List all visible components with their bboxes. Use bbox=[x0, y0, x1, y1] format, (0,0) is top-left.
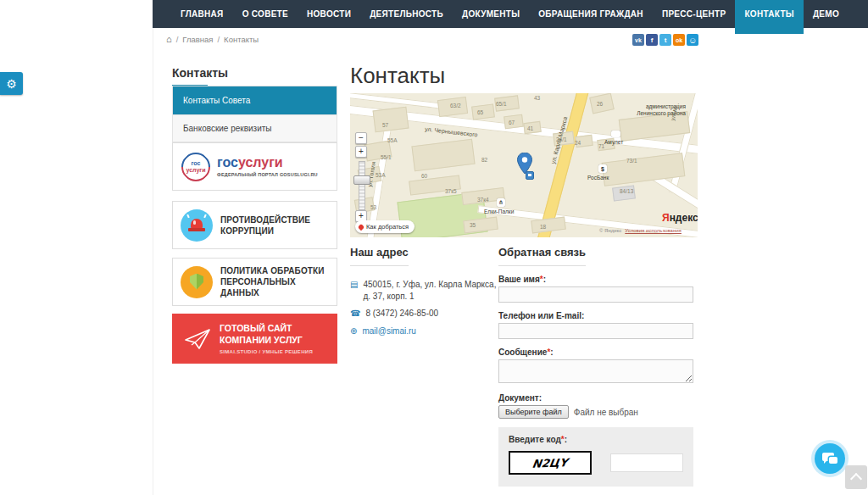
yandex-logo[interactable]: Яндекс bbox=[662, 212, 698, 224]
message-field[interactable] bbox=[498, 359, 693, 383]
phone-email-label: Телефон или E-mail: bbox=[498, 311, 693, 320]
breadcrumb-home-link[interactable]: Главная bbox=[182, 35, 213, 44]
simai-promo-banner[interactable]: ГОТОВЫЙ САЙТ КОМПАНИИ УСЛУГ SIMAI.STUDIO… bbox=[172, 314, 337, 364]
personal-data-policy-banner[interactable]: ПОЛИТИКА ОБРАБОТКИ ПЕРСОНАЛЬНЫХ ДАННЫХ bbox=[172, 258, 337, 306]
chat-icon-secondary bbox=[829, 457, 837, 464]
bld-num: 55А bbox=[387, 137, 398, 143]
poi-amulet: Амулет bbox=[604, 139, 623, 145]
label-colon: : bbox=[565, 435, 567, 444]
bld-num: 82 bbox=[481, 157, 487, 163]
facebook-icon[interactable]: f bbox=[646, 34, 658, 46]
poi-admin-line2: Ленинского района bbox=[601, 110, 686, 117]
gosuslugi-banner[interactable]: гос услуги госуслуги ФЕДЕРАЛЬНЫЙ ПОРТАЛ … bbox=[172, 142, 337, 191]
email-link[interactable]: mail@simai.ru bbox=[362, 325, 416, 337]
phone-email-field[interactable] bbox=[498, 323, 693, 339]
yandex-map[interactable]: ул. Чернышевского ул. Карла Маркса ул. Г… bbox=[350, 93, 698, 237]
anticorruption-banner[interactable]: ПРОТИВОДЕЙСТВИЕ КОРРУПЦИИ bbox=[172, 201, 337, 249]
home-icon[interactable]: ⌂ bbox=[166, 35, 172, 44]
gosuslugi-logo-line2: услуги bbox=[186, 167, 205, 173]
nav-item-press[interactable]: ПРЕСС-ЦЕНТР bbox=[653, 0, 736, 28]
nav-item-demo[interactable]: ДЕМО bbox=[804, 0, 849, 28]
bld-num: 60 bbox=[421, 173, 427, 179]
odnoklassniki-icon[interactable]: ok bbox=[673, 34, 685, 46]
vk-icon[interactable]: vk bbox=[632, 34, 644, 46]
restaurant-icon: ⋔ bbox=[497, 198, 505, 207]
hotel-icon bbox=[611, 131, 620, 137]
bld-num: 37к5 bbox=[445, 188, 457, 194]
sidebar-item-council-contacts[interactable]: Контакты Совета bbox=[173, 86, 337, 114]
map-zoom-slider-handle[interactable] bbox=[353, 175, 370, 185]
bld-num: 18 bbox=[540, 224, 546, 230]
poi-elki-palki: Елки-Палки bbox=[484, 209, 514, 214]
map-copyright: © Яндекс bbox=[599, 228, 621, 233]
chat-widget-button[interactable] bbox=[815, 443, 845, 474]
map-zoom-slider[interactable] bbox=[359, 161, 365, 210]
sidebar-item-bank-details[interactable]: Банковские реквизиты bbox=[173, 114, 337, 142]
nav-item-appeals[interactable]: ОБРАЩЕНИЯ ГРАЖДАН bbox=[529, 0, 653, 28]
name-field[interactable] bbox=[498, 286, 693, 303]
sidebar-heading: Контакты bbox=[172, 66, 337, 86]
map-building bbox=[373, 107, 409, 133]
captcha-panel: Введите код*: N2ЦY bbox=[498, 427, 693, 487]
bld-num: 24/1 bbox=[556, 136, 567, 142]
breadcrumb-separator: / bbox=[217, 35, 220, 44]
globe-icon: ⊕ bbox=[350, 325, 357, 337]
personal-data-line2: ПЕРСОНАЛЬНЫХ ДАННЫХ bbox=[220, 276, 337, 298]
address-block: Наш адрес ▤ 450015, г. Уфа, ул. Карла Ма… bbox=[350, 244, 503, 336]
bld-num: 41 bbox=[527, 125, 533, 131]
feedback-form: Обратная связь Ваше имя*: Телефон или E-… bbox=[498, 244, 693, 495]
gear-icon: ⚙ bbox=[6, 77, 17, 91]
bld-num: 57 bbox=[382, 122, 388, 128]
anticorruption-line2: КОРРУПЦИИ bbox=[220, 225, 310, 236]
chevron-up-icon bbox=[850, 473, 862, 485]
nav-item-home[interactable]: ГЛАВНАЯ bbox=[171, 0, 233, 28]
sidebar-menu: Контакты Совета Банковские реквизиты bbox=[172, 86, 337, 142]
nav-item-activity[interactable]: ДЕЯТЕЛЬНОСТЬ bbox=[360, 0, 453, 28]
bld-num: 43 bbox=[534, 95, 540, 101]
captcha-label: Введите код*: bbox=[509, 435, 683, 444]
social-links: vk f t ok ☺ bbox=[632, 34, 698, 46]
map-zoom-in-button[interactable]: + bbox=[355, 146, 367, 158]
bld-num: 53 bbox=[370, 204, 376, 210]
paper-plane-icon bbox=[184, 328, 211, 350]
choose-file-button[interactable]: Выберите файл bbox=[498, 405, 569, 419]
label-colon: : bbox=[581, 311, 584, 320]
bld-num: 65/1 bbox=[496, 101, 507, 107]
accessibility-settings-button[interactable]: ⚙ bbox=[0, 72, 23, 95]
file-input[interactable]: Выберите файл Файл не выбран bbox=[498, 405, 693, 419]
promo-subtitle: SIMAI.STUDIO / УМНЫЕ РЕШЕНИЯ bbox=[220, 349, 313, 354]
map-terms-link[interactable]: Условия использования bbox=[625, 228, 682, 233]
captcha-input[interactable] bbox=[610, 453, 683, 472]
content-left-edge bbox=[153, 28, 153, 495]
label-colon: : bbox=[550, 348, 553, 357]
scroll-to-top-button[interactable] bbox=[845, 465, 867, 489]
phone-text: 8 (3472) 246-85-00 bbox=[365, 308, 438, 320]
map-building bbox=[411, 139, 475, 172]
promo-line2: КОМПАНИИ УСЛУГ bbox=[220, 335, 313, 347]
moymir-icon[interactable]: ☺ bbox=[687, 34, 698, 46]
gosuslugi-title-blue: гос bbox=[217, 155, 238, 170]
bld-num: 73/1 bbox=[626, 158, 637, 164]
poi-admin: администрация Ленинского района bbox=[601, 103, 686, 117]
route-pin-icon bbox=[358, 223, 364, 230]
gosuslugi-logo-line1: гос bbox=[192, 160, 201, 166]
map-route-button[interactable]: Как добраться bbox=[355, 220, 415, 233]
map-pin-icon[interactable] bbox=[517, 153, 532, 175]
nav-item-about[interactable]: О СОВЕТЕ bbox=[233, 0, 298, 28]
nav-item-contacts[interactable]: КОНТАКТЫ bbox=[735, 0, 803, 34]
file-status: Файл не выбран bbox=[574, 408, 638, 417]
map-zoom-out-button[interactable]: − bbox=[355, 132, 367, 144]
siren-icon bbox=[181, 209, 213, 242]
nav-item-news[interactable]: НОВОСТИ bbox=[298, 0, 360, 28]
bld-num: 53А bbox=[376, 172, 386, 178]
twitter-icon[interactable]: t bbox=[659, 34, 671, 46]
poi-admin-line1: администрация bbox=[601, 103, 686, 110]
nav-item-documents[interactable]: ДОКУМЕНТЫ bbox=[453, 0, 529, 28]
bld-num: 67 bbox=[509, 120, 515, 125]
gosuslugi-title-red: услуги bbox=[238, 155, 283, 170]
name-label: Ваше имя*: bbox=[498, 275, 693, 284]
shield-icon bbox=[181, 266, 213, 298]
personal-data-line1: ПОЛИТИКА ОБРАБОТКИ bbox=[220, 265, 337, 276]
document-label: Документ: bbox=[498, 393, 693, 403]
breadcrumb-separator: / bbox=[176, 35, 179, 44]
